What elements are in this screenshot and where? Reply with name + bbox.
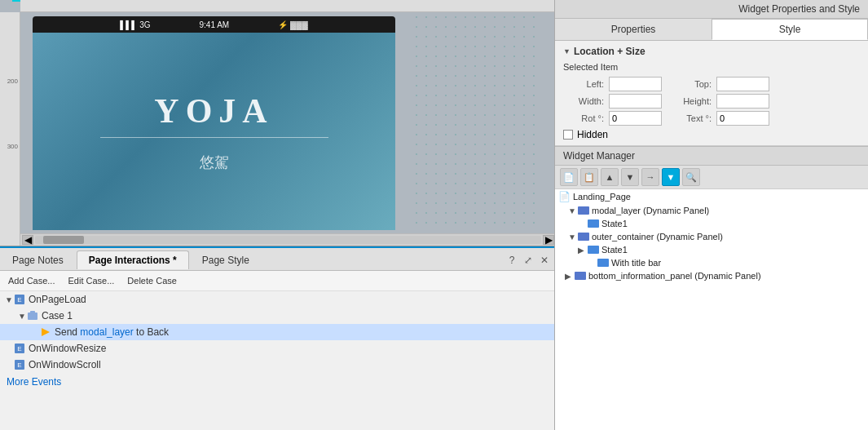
wm-btn-1[interactable]: 📄 [560, 168, 578, 186]
tab-properties[interactable]: Properties [555, 19, 712, 40]
case-icon [26, 309, 39, 322]
tree-item-onpageload[interactable]: ▼ E OnPageLoad [0, 291, 554, 308]
wm-btn-filter[interactable]: ▼ [662, 168, 680, 186]
top-label: Top: [671, 79, 712, 89]
wm-btn-down[interactable]: ▼ [621, 168, 639, 186]
add-case-btn[interactable]: Add Case... [7, 275, 56, 286]
wm-arrow-state1-outer: ▶ [578, 246, 588, 255]
section-title: Location + Size [574, 46, 645, 57]
tab-actions: ? ⤢ ✕ [505, 254, 554, 267]
wm-item-state1-modal[interactable]: State1 [555, 217, 868, 230]
modal-layer-link[interactable]: modal_layer [80, 326, 133, 338]
svg-rect-3 [30, 311, 35, 314]
action-icon [39, 326, 52, 339]
dp-icon-state1-outer [588, 246, 599, 254]
props-grid: Left: Top: Width: Height: Rot °: Text °: [563, 77, 860, 126]
svg-text:E: E [17, 361, 21, 369]
location-size-header[interactable]: ▼ Location + Size [563, 46, 860, 57]
wm-label-modal: modal_layer (Dynamic Panel) [592, 206, 709, 215]
hidden-row: Hidden [563, 129, 860, 140]
wm-item-title-bar[interactable]: With title bar [555, 256, 868, 269]
wm-item-bottom-panel[interactable]: ▶ bottom_information_panel (Dynamic Pane… [555, 269, 868, 282]
dp-icon-state1 [588, 219, 599, 228]
scroll-left-btn[interactable]: ◀ [22, 235, 33, 245]
phone-status-bar: ▌▌▌ 3G 9:41 AM ⚡ ▓▓▓ [33, 16, 395, 33]
wm-item-state1-outer[interactable]: ▶ State1 [555, 243, 868, 256]
event2-icon: E [13, 342, 26, 355]
phone-frame: ▌▌▌ 3G 9:41 AM ⚡ ▓▓▓ YOJA 悠駕 [33, 16, 395, 230]
height-input[interactable] [716, 94, 769, 109]
svg-marker-4 [42, 328, 50, 336]
width-input[interactable] [609, 94, 662, 109]
selected-item-label: Selected Item [563, 62, 860, 72]
ruler-mark-300: 300 [7, 143, 18, 150]
dotted-area [412, 12, 542, 224]
tab-style[interactable]: Style [712, 19, 868, 40]
page-icon: 📄 [558, 191, 571, 202]
tree-label-onpageload: OnPageLoad [29, 294, 86, 305]
tab-help-btn[interactable]: ? [505, 254, 518, 267]
interaction-toolbar: Add Case... Edit Case... Delete Case [0, 271, 554, 291]
left-panel: 200 300 ▌▌▌ 3G 9:41 AM ⚡ ▓▓▓ YOJA [0, 0, 554, 430]
main-container: 200 300 ▌▌▌ 3G 9:41 AM ⚡ ▓▓▓ YOJA [0, 0, 868, 430]
left-input[interactable] [609, 77, 662, 91]
top-input[interactable] [716, 77, 769, 91]
tree-label-case1: Case 1 [42, 310, 73, 321]
wm-label-state1-outer: State1 [601, 245, 628, 255]
edit-case-btn[interactable]: Edit Case... [66, 275, 116, 286]
tab-close-btn[interactable]: ✕ [538, 254, 551, 267]
hidden-label: Hidden [577, 129, 608, 140]
wm-tree: 📄 Landing_Page ▼ modal_layer (Dynamic Pa… [555, 189, 868, 430]
tree-item-send-action[interactable]: Send modal_layer to Back [0, 324, 554, 340]
wm-btn-up[interactable]: ▲ [601, 168, 619, 186]
text-rot-input[interactable] [716, 111, 769, 126]
wm-btn-indent[interactable]: → [641, 168, 659, 186]
height-label: Height: [671, 96, 712, 106]
event-icon: E [13, 293, 26, 306]
wm-label-bottom: bottom_information_panel (Dynamic Panel) [588, 271, 761, 281]
canvas-area[interactable]: 200 300 ▌▌▌ 3G 9:41 AM ⚡ ▓▓▓ YOJA [0, 0, 554, 246]
tab-page-notes[interactable]: Page Notes [0, 250, 76, 269]
wm-item-landing-page[interactable]: 📄 Landing_Page [555, 189, 868, 204]
delete-case-btn[interactable]: Delete Case [126, 275, 178, 286]
tree-item-onwindowresize[interactable]: E OnWindowResize [0, 340, 554, 357]
wm-btn-search[interactable]: 🔍 [682, 168, 700, 186]
more-events-link[interactable]: More Events [0, 373, 554, 391]
wm-label-outer: outer_container (Dynamic Panel) [592, 232, 723, 242]
ruler-top [20, 0, 554, 12]
tree-label-action: Send modal_layer to Back [55, 326, 169, 338]
canvas-hscrollbar[interactable]: ◀ ▶ [20, 233, 554, 246]
wm-item-outer-container[interactable]: ▼ outer_container (Dynamic Panel) [555, 230, 868, 243]
tab-page-style[interactable]: Page Style [190, 250, 262, 269]
tab-page-interactions[interactable]: Page Interactions * [77, 250, 189, 269]
scroll-track [35, 236, 541, 244]
scroll-thumb[interactable] [43, 236, 84, 244]
svg-text:E: E [17, 296, 21, 304]
tab-expand-btn[interactable]: ⤢ [522, 254, 535, 267]
rot-input[interactable] [609, 111, 662, 126]
ruler-left: 200 300 [0, 12, 20, 246]
wm-arrow-outer: ▼ [568, 233, 578, 242]
widget-manager-header: Widget Manager [555, 146, 868, 166]
wm-label-landing-page: Landing_Page [573, 192, 631, 202]
yoja-logo: YOJA [154, 91, 273, 131]
hidden-checkbox[interactable] [563, 130, 573, 140]
tree-item-onwindowscroll[interactable]: E OnWindowScroll [0, 357, 554, 373]
wm-arrow-bottom: ▶ [565, 272, 575, 281]
phone-time: 9:41 AM [200, 20, 230, 29]
width-label: Width: [563, 96, 604, 106]
scroll-right-btn[interactable]: ▶ [543, 235, 554, 245]
wm-item-modal-layer[interactable]: ▼ modal_layer (Dynamic Panel) [555, 204, 868, 217]
widget-manager-toolbar: 📄 📋 ▲ ▼ → ▼ 🔍 [555, 166, 868, 189]
wm-btn-2[interactable]: 📋 [580, 168, 598, 186]
location-size-section: ▼ Location + Size Selected Item Left: To… [555, 41, 868, 146]
logo-underline [100, 137, 328, 138]
tree-arrow-case1: ▼ [18, 312, 26, 321]
tree-item-case1[interactable]: ▼ Case 1 [0, 308, 554, 324]
phone-status-content: ▌▌▌ 3G 9:41 AM ⚡ ▓▓▓ [120, 20, 308, 29]
dotted-bg [412, 12, 542, 224]
tree-label-onwindowresize: OnWindowResize [29, 343, 106, 354]
widget-props-header: Widget Properties and Style [555, 0, 868, 19]
rot-label: Rot °: [563, 113, 604, 123]
text-rot-label: Text °: [671, 113, 712, 123]
